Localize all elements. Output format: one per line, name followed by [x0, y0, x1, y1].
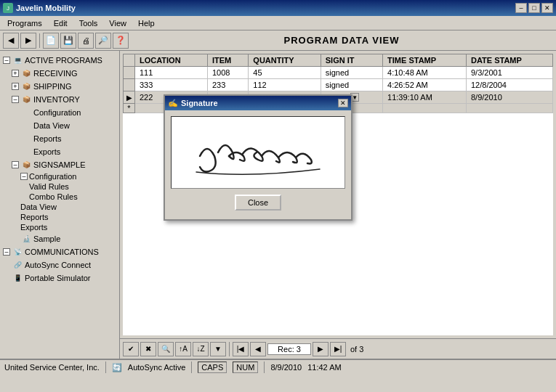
sidebar-item-data-view[interactable]: Data View — [0, 119, 119, 132]
cell-location-2[interactable]: 333 — [135, 79, 208, 91]
nav-prev-button[interactable]: ◀ — [250, 342, 266, 356]
caps-badge: CAPS — [198, 362, 227, 373]
sidebar-label-data-view: Data View — [33, 121, 70, 130]
nav-fwd-button[interactable]: ▶ — [20, 33, 36, 49]
cell-sign-it-2[interactable]: signed — [321, 79, 382, 91]
sidebar-item-signsample[interactable]: – 📦 SIGNSAMPLE — [0, 158, 119, 171]
cell-location-1[interactable]: 111 — [135, 67, 208, 79]
row-selector-2 — [124, 79, 135, 91]
help-button[interactable]: ❓ — [113, 33, 129, 49]
sidebar-label-exports: Exports — [33, 147, 60, 156]
expand-icon-communications[interactable]: – — [3, 248, 10, 256]
sidebar-item-receiving[interactable]: + 📦 RECEIVING — [0, 67, 119, 80]
sidebar-item-configuration[interactable]: Configuration — [0, 106, 119, 119]
sidebar-item-data-view2[interactable]: Data View — [0, 202, 119, 212]
close-button[interactable]: ✕ — [541, 3, 553, 13]
expand-icon-receiving[interactable]: + — [12, 70, 19, 77]
search-button[interactable]: 🔎 — [95, 33, 111, 49]
col-sign-it: SIGN IT — [321, 54, 382, 67]
menu-bar: Programs Edit Tools View Help — [0, 16, 556, 30]
status-date: 8/9/2010 — [270, 363, 302, 372]
dataview-icon — [20, 120, 32, 131]
col-location: LOCATION — [135, 54, 208, 67]
dialog-footer: Close — [171, 195, 345, 213]
sidebar-label-autosync: AutoSync Connect — [25, 261, 91, 269]
nav-first-button[interactable]: |◀ — [233, 342, 249, 356]
main-layout: – 💻 ACTIVE PROGRAMS + 📦 RECEIVING + 📦 SH… — [0, 51, 556, 359]
col-selector — [124, 54, 135, 67]
sidebar-label-configuration2: Configuration — [29, 172, 76, 181]
signsample-icon: 📦 — [20, 159, 32, 171]
sidebar-item-reports[interactable]: Reports — [0, 132, 119, 145]
dialog-close-x-button[interactable]: ✕ — [338, 99, 348, 107]
sidebar-item-communications[interactable]: – 📡 COMMUNICATIONS — [0, 245, 119, 258]
cell-quantity-2[interactable]: 112 — [249, 79, 321, 91]
expand-icon-shipping[interactable]: + — [12, 83, 19, 90]
new-row-selector: * — [124, 104, 135, 113]
status-company: United Service Center, Inc. — [4, 363, 100, 372]
sidebar-item-reports2[interactable]: Reports — [0, 212, 119, 222]
col-time-stamp: TIME STAMP — [383, 54, 467, 67]
table-row[interactable]: 333 233 112 signed 4:26:52 AM 12/8/2004 — [124, 79, 553, 91]
expand-icon-signsample[interactable]: – — [12, 161, 19, 168]
sidebar-label-combo-rules: Combo Rules — [29, 192, 78, 201]
expand-icon-inventory[interactable]: – — [12, 96, 19, 103]
dialog-title-icon: ✍ — [168, 99, 178, 108]
sort-desc-button[interactable]: ↓Z — [193, 342, 209, 356]
sidebar-item-configuration2[interactable]: – Configuration — [0, 171, 119, 181]
maximize-button[interactable]: □ — [528, 3, 540, 13]
menu-tools[interactable]: Tools — [75, 18, 102, 28]
sidebar-label-simulator: Portable Simulator — [25, 274, 91, 282]
reports-icon — [20, 133, 32, 144]
check-button[interactable]: ✔ — [123, 342, 139, 356]
sidebar-item-active-programs[interactable]: – 💻 ACTIVE PROGRAMS — [0, 54, 119, 67]
sidebar-item-autosync[interactable]: 🔗 AutoSync Connect — [0, 258, 119, 271]
sidebar-item-shipping[interactable]: + 📦 SHIPPING — [0, 80, 119, 93]
new-doc-button[interactable]: 📄 — [43, 33, 59, 49]
menu-programs[interactable]: Programs — [3, 18, 47, 28]
inventory-icon: 📦 — [20, 94, 32, 105]
filter-button[interactable]: ▼ — [210, 342, 226, 356]
sort-asc-button[interactable]: ↑A — [175, 342, 191, 356]
dialog-content: Close — [165, 110, 351, 219]
save-button[interactable]: 💾 — [60, 33, 76, 49]
cell-sign-it-1[interactable]: signed — [321, 67, 382, 79]
cancel-button[interactable]: ✖ — [140, 342, 156, 356]
sidebar-label-configuration: Configuration — [33, 108, 81, 117]
sidebar-item-inventory[interactable]: – 📦 INVENTORY — [0, 93, 119, 106]
cell-quantity-1[interactable]: 45 — [249, 67, 321, 79]
sidebar-item-simulator[interactable]: 📱 Portable Simulator — [0, 271, 119, 285]
shipping-icon: 📦 — [20, 81, 32, 92]
signature-dialog: ✍ Signature ✕ — [164, 94, 352, 221]
bottom-toolbar: ✔ ✖ 🔍 ↑A ↓Z ▼ |◀ ◀ Rec: 3 ▶ ▶| of 3 — [120, 338, 556, 359]
cell-item-1[interactable]: 1008 — [207, 67, 248, 79]
close-dialog-button[interactable]: Close — [235, 195, 281, 211]
cell-time-3: 11:39:10 AM — [383, 91, 467, 104]
find-button[interactable]: 🔍 — [158, 342, 174, 356]
sidebar-item-valid-rules[interactable]: Valid Rules — [0, 181, 119, 192]
sidebar-item-exports2[interactable]: Exports — [0, 222, 119, 232]
nav-next-button[interactable]: ▶ — [313, 342, 329, 356]
menu-view[interactable]: View — [105, 18, 131, 28]
minimize-button[interactable]: – — [515, 3, 527, 13]
nav-last-button[interactable]: ▶| — [330, 342, 346, 356]
app-icon: J — [3, 3, 13, 13]
sidebar-label-signsample: SIGNSAMPLE — [33, 160, 86, 169]
nav-back-button[interactable]: ◀ — [3, 33, 19, 49]
autosync-icon: 🔄 — [112, 363, 122, 372]
cell-item-2[interactable]: 233 — [207, 79, 248, 91]
cell-date-2: 12/8/2004 — [466, 79, 552, 91]
sidebar-item-sample[interactable]: 🔬 Sample — [0, 232, 119, 245]
sidebar-item-exports[interactable]: Exports — [0, 145, 119, 158]
sidebar-item-combo-rules[interactable]: Combo Rules — [0, 192, 119, 202]
expand-icon-configuration2[interactable]: – — [20, 173, 28, 180]
new-cell-date — [466, 104, 552, 113]
table-row[interactable]: 111 1008 45 signed 4:10:48 AM 9/3/2001 — [124, 67, 553, 79]
menu-edit[interactable]: Edit — [49, 18, 72, 28]
menu-help[interactable]: Help — [134, 18, 159, 28]
row-arrow-icon: ▶ — [126, 94, 132, 102]
print-button[interactable]: 🖨 — [78, 33, 94, 49]
sidebar-label-active-programs: ACTIVE PROGRAMS — [25, 56, 102, 65]
expand-icon-active-programs[interactable]: – — [3, 57, 10, 64]
config-icon — [20, 107, 32, 118]
